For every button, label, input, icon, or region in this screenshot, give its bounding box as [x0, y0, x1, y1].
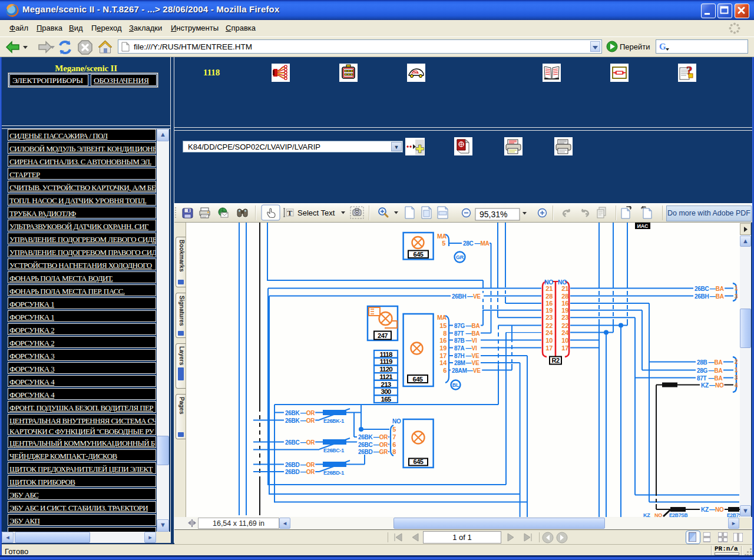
svg-text:BA: BA [715, 375, 723, 382]
svg-text:3: 3 [735, 293, 738, 300]
svg-text:—: — [710, 293, 716, 300]
svg-text:7: 7 [392, 433, 396, 440]
svg-text:BL: BL [452, 382, 459, 388]
svg-text:26BC: 26BC [358, 442, 372, 448]
svg-text:24: 24 [561, 329, 569, 336]
svg-text:—: — [466, 330, 472, 337]
svg-text:—: — [710, 286, 716, 292]
svg-text:21: 21 [545, 285, 553, 292]
svg-text:—: — [467, 293, 473, 300]
svg-text:1121: 1121 [379, 373, 393, 380]
svg-text:VE: VE [472, 360, 479, 366]
svg-text:—: — [466, 323, 472, 329]
svg-text:24: 24 [545, 329, 553, 336]
svg-text:1120: 1120 [379, 366, 392, 373]
svg-text:6: 6 [443, 367, 447, 374]
svg-text:—: — [300, 462, 306, 468]
svg-text:16: 16 [439, 337, 447, 344]
svg-text:OR: OR [306, 417, 315, 424]
svg-text:GR: GR [456, 254, 464, 260]
svg-text:87T: 87T [454, 330, 464, 337]
svg-text:247: 247 [378, 332, 388, 339]
svg-text:3: 3 [735, 375, 738, 381]
svg-text:E2B7S: E2B7S [727, 512, 740, 517]
svg-text:8: 8 [443, 330, 447, 337]
svg-text:—: — [466, 360, 472, 366]
svg-text:16: 16 [545, 300, 553, 307]
svg-text:17: 17 [545, 344, 553, 352]
svg-text:—: — [300, 469, 306, 475]
svg-text:87H: 87H [454, 353, 465, 359]
svg-text:22: 22 [545, 322, 553, 329]
svg-text:VE: VE [473, 367, 481, 374]
svg-text:28AM: 28AM [452, 367, 467, 374]
svg-text:G: G [659, 42, 666, 51]
svg-text:1119: 1119 [379, 358, 392, 365]
svg-text:165: 165 [381, 396, 392, 403]
svg-text:19: 19 [561, 307, 568, 314]
svg-text:MA: MA [437, 233, 447, 240]
svg-text:23: 23 [561, 314, 568, 321]
svg-text:26BC: 26BC [285, 439, 299, 446]
svg-text:10: 10 [561, 337, 568, 344]
svg-text:OR: OR [379, 434, 388, 440]
svg-text:28B: 28B [697, 359, 707, 366]
svg-text:645: 645 [414, 251, 424, 258]
svg-text:26BK: 26BK [285, 417, 300, 424]
svg-text:—: — [300, 417, 306, 424]
svg-text:MA: MA [481, 240, 490, 247]
svg-text:—: — [709, 506, 715, 513]
svg-text:17: 17 [561, 344, 568, 352]
svg-text:26BD: 26BD [285, 469, 299, 475]
svg-text:E26BC-1: E26BC-1 [323, 448, 344, 453]
svg-text:KZ: KZ [701, 506, 709, 513]
svg-text:87B: 87B [454, 337, 465, 344]
svg-text:OR: OR [306, 462, 315, 468]
svg-text:BA: BA [716, 293, 724, 300]
svg-text:26BD: 26BD [358, 449, 372, 455]
svg-text:NO: NO [654, 512, 662, 517]
svg-text:T: T [287, 208, 293, 217]
svg-text:213: 213 [381, 381, 391, 388]
svg-text:22: 22 [561, 322, 568, 329]
svg-text:19: 19 [439, 344, 447, 352]
svg-text:95,31%: 95,31% [479, 210, 507, 219]
svg-text:28: 28 [561, 293, 568, 300]
svg-text:—: — [709, 359, 715, 366]
svg-text:—: — [709, 382, 715, 389]
svg-text:5: 5 [442, 240, 445, 247]
svg-text:26BK: 26BK [358, 434, 373, 440]
svg-text:KZ: KZ [643, 512, 650, 517]
svg-text:14: 14 [439, 359, 447, 366]
svg-text:E26BK-1: E26BK-1 [323, 418, 344, 424]
svg-text:300: 300 [381, 388, 391, 395]
svg-text:8: 8 [392, 448, 396, 455]
svg-text:BA: BA [472, 323, 480, 329]
svg-text:—: — [466, 353, 472, 359]
svg-text:VI: VI [472, 345, 477, 352]
svg-text:26BC: 26BC [695, 286, 709, 292]
svg-text:21: 21 [561, 285, 568, 292]
svg-text:—: — [300, 439, 306, 446]
svg-text:87G: 87G [454, 323, 465, 329]
svg-text:—: — [709, 367, 715, 374]
svg-text:OR: OR [379, 442, 388, 448]
svg-text:645: 645 [413, 376, 423, 383]
svg-text:—: — [373, 434, 379, 440]
svg-text:—: — [466, 337, 472, 344]
svg-text:ИАС: ИАС [637, 223, 649, 229]
svg-text:1: 1 [735, 285, 738, 291]
svg-text:6: 6 [392, 441, 396, 448]
svg-text:—: — [466, 345, 472, 352]
svg-text:28: 28 [545, 293, 553, 300]
svg-text:5: 5 [392, 426, 396, 433]
svg-text:87A: 87A [454, 345, 465, 352]
svg-text:16: 16 [561, 300, 568, 307]
svg-text:—: — [373, 442, 379, 448]
svg-text:E2B7SB: E2B7SB [669, 512, 687, 517]
svg-text:OR: OR [306, 439, 315, 446]
svg-text:26BD: 26BD [285, 462, 299, 468]
svg-text:26BH: 26BH [695, 293, 709, 300]
svg-text:—: — [373, 449, 379, 455]
svg-text:28C: 28C [463, 240, 474, 247]
